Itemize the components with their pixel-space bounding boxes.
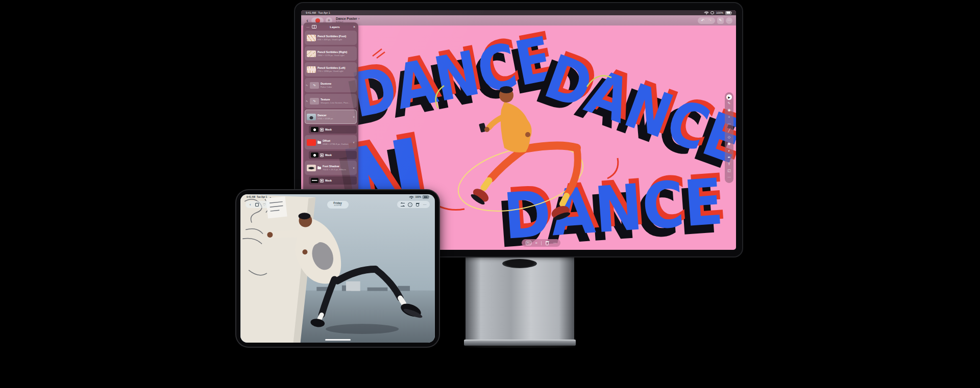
layers-panel-header: ⋯ Layers × [305,24,357,30]
layer-row[interactable]: Mask [309,176,357,185]
close-icon[interactable]: × [353,25,355,29]
toolbar-right-pill: i ⋯ [397,201,430,208]
wifi-icon [409,196,413,199]
favorite-heart-icon[interactable]: ♡ [263,203,266,206]
layer-meta: Sharpen, Line Screen, Post… [321,101,355,105]
layer-thumbnail [307,114,316,120]
undo-button[interactable]: ↶ [701,18,705,23]
eraser-tool[interactable]: ◇ [726,135,732,140]
layer-row[interactable]: Mask [309,151,357,159]
redo-button[interactable]: ↷ [708,18,712,23]
layer-thumbnail [307,66,316,73]
layer-thumbnail [307,165,316,171]
home-indicator[interactable] [325,339,351,341]
trash-icon[interactable] [416,202,420,206]
panel-grid-icon[interactable] [312,25,316,29]
more-icon[interactable]: ⋯ [553,241,557,245]
photo-time: 4:23 PM [327,205,349,207]
layer-row[interactable]: Dancer 2741 × 4108 px ∨ [305,110,357,124]
marquee-tool[interactable]: ▭ [726,121,732,126]
share-icon[interactable] [255,202,259,206]
mask-checkbox-icon[interactable] [320,179,324,183]
clock: 9:41 AM [306,11,316,14]
tool-glyph: ◉ [727,108,730,112]
layer-row[interactable]: Mask [309,125,357,134]
folder-icon [317,141,321,144]
pencil-settings-button[interactable]: ✎ [717,17,724,24]
more-tools[interactable]: ⋯ [726,175,732,180]
crop-tool[interactable]: ◱ [726,168,732,174]
fill-tool[interactable]: ◐ [726,148,732,153]
layer-row[interactable]: ∿ Duotone False Color [305,78,357,92]
list-button[interactable]: ≡ [535,241,537,245]
layer-meta: False Color [321,86,355,89]
layer-meta: 4308 × 2736.8 px, Darken [323,143,351,146]
app-toolbar: ‹ + Dance Poster ∨ Edited ↶ ↷ ✎ ⋯ [301,15,736,25]
smudge-tool[interactable]: ◉ [726,108,732,113]
brush-tool[interactable]: ✎ [726,101,732,107]
back-button[interactable]: ‹ [250,203,251,206]
layer-thumbnail [311,178,318,183]
display-cable-hole [502,259,537,268]
line-tool[interactable]: ╱ [726,127,732,133]
move-tool[interactable]: ▶ [726,94,732,100]
ipad-clock: 9:41 AM [247,196,255,198]
tool-glyph: ◆ [728,142,730,146]
layer-row[interactable]: Pencil Scribbles (Right) 1864 × 1178 px,… [305,46,357,61]
chevron-down-icon: ∨ [358,18,360,20]
layer-meta: 704.6 × 25.3 px, Effects [323,168,351,171]
text-tool[interactable]: T [726,161,732,167]
edit-adjustments-icon[interactable] [401,203,405,206]
tool-glyph: T [728,162,730,166]
blend-tool[interactable]: ◆ [726,141,732,147]
layer-name: Mask [325,179,355,183]
more-button[interactable]: ⋯ [726,17,732,24]
wand-tool[interactable]: ✦ [726,114,732,120]
photo-date-badge: Friday 4:23 PM [327,201,349,209]
ipad-status-bar: 9:41 AM Tue Apr 1 100% [247,195,429,199]
battery-icon [725,11,731,15]
trash-icon[interactable] [546,241,549,245]
tool-glyph: ◇ [728,135,730,139]
layer-meta: 836 × 409 px, Vivid Light [317,38,355,41]
battery-icon [423,195,429,199]
pen-tool[interactable]: ✒ [726,154,732,160]
panel-more-button[interactable]: ⋯ [306,25,309,29]
history-pill: ↶ ↷ [698,17,715,24]
adjustment-icon: ∿ [306,84,308,87]
ipad-date: Tue Apr 1 [257,196,267,198]
layer-row[interactable]: Pencil Scribbles (Foot) 836 × 409 px, Vi… [305,31,357,45]
display-stand-foot [464,340,576,346]
adjustment-icon: ∿ [306,99,308,102]
focus-icon [710,11,714,15]
toolbar-left-pill: ‹ ♡ [246,201,270,208]
layer-row[interactable]: ∿ Texture Sharpen, Line Screen, Post… [305,94,357,108]
layer-row[interactable]: Foot Shadow 704.6 × 25.3 px, Effects ∨ [305,161,357,175]
ipad-body: 9:41 AM Tue Apr 1 100% ‹ ♡ i ⋯ [236,190,439,347]
chevron-down-icon[interactable]: ∨ [353,166,355,169]
layer-meta: 2741 × 4108 px [317,117,351,120]
mask-checkbox-icon[interactable] [320,153,324,157]
layer-row[interactable]: Offset 4308 × 2736.8 px, Darken ∨ [305,135,357,149]
ipad-battery-percent: 100% [415,196,421,198]
layer-meta: 770 × 1996 px, Vivid Light [317,70,355,73]
folder-icon [317,167,321,169]
mask-checkbox-icon[interactable] [320,128,324,132]
layers-panel: ⋯ Layers × Pencil Scribbles (Foot) 836 ×… [303,22,358,196]
layer-row[interactable]: Pencil Scribbles (Left) 770 × 1996 px, V… [305,62,357,76]
chevron-down-icon[interactable]: ∨ [353,115,355,118]
more-icon[interactable]: ⋯ [423,203,426,206]
layer-meta: 1864 × 1178 px, Vivid Light [317,54,355,57]
zoom-level-badge[interactable]: 80 [526,241,531,245]
display-stand-shadow [464,346,576,348]
tool-glyph: ◐ [728,149,730,152]
tool-glyph: ╱ [728,128,730,133]
tool-glyph: ✒ [728,156,731,160]
wifi-icon [704,11,708,14]
info-icon[interactable]: i [408,202,412,207]
layer-thumbnail [311,127,318,132]
layer-thumbnail [307,50,316,57]
date: Tue Apr 1 [318,11,330,14]
chevron-down-icon[interactable]: ∨ [353,141,355,144]
layer-name: Mask [325,128,355,132]
